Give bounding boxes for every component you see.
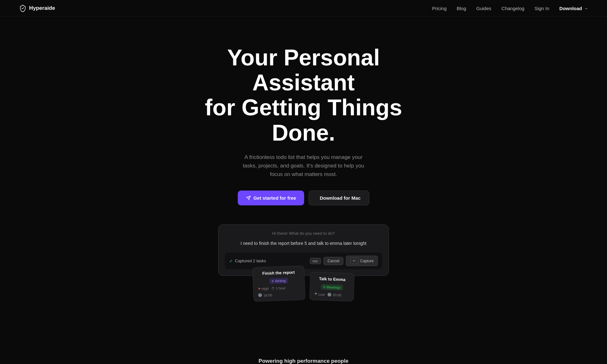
social-title: Powering high performance people xyxy=(259,358,348,364)
clock-icon: ⏱ xyxy=(271,287,275,290)
priority-icon-2: ⚑ xyxy=(314,292,317,296)
capture-button[interactable]: ↵ Capture xyxy=(346,256,378,266)
hero-buttons: Get started for free Download for Mac xyxy=(238,191,369,205)
logo-text: Hyperaide xyxy=(29,5,55,11)
hash-icon: # xyxy=(272,279,274,283)
esc-key: esc xyxy=(310,258,321,264)
check-icon: ✓ xyxy=(229,258,233,264)
demo-widget: Hi there! What do you need to do? I need… xyxy=(218,224,389,276)
task-card-2: Talk to Emma # Meetings ⚑ Low 🕐 20:00 xyxy=(309,272,354,302)
hero-section: Your Personal Assistant for Getting Thin… xyxy=(0,17,607,295)
nav-guides[interactable]: Guides xyxy=(476,6,492,11)
task-priority: ⚑ High xyxy=(258,287,269,291)
task-card-2-title: Talk to Emma xyxy=(315,276,350,282)
nav-pricing[interactable]: Pricing xyxy=(432,6,447,11)
task-duration: ⏱ 1 hour xyxy=(271,286,286,291)
get-started-button[interactable]: Get started for free xyxy=(238,191,304,205)
task-cards: Finish the report # Writing ⚑ High ⏱ 1 h… xyxy=(253,266,354,301)
send-icon xyxy=(246,196,251,200)
cancel-button[interactable]: Cancel xyxy=(323,257,343,265)
task-tag-writing: # Writing xyxy=(269,278,288,284)
demo-captured: ✓ Captured 2 tasks xyxy=(229,258,266,264)
hero-subtitle: A frictionless todo list that helps you … xyxy=(237,153,370,179)
demo-input-text: I need to finish the report before 5 and… xyxy=(225,240,382,247)
social-proof-section: Powering high performance people Used by… xyxy=(0,295,607,364)
task-time: 🕐 16:00 xyxy=(258,293,272,298)
task-card-1-title: Finish the report xyxy=(257,270,300,276)
time-icon: 🕐 xyxy=(258,293,262,297)
nav-changelog[interactable]: Changelog xyxy=(501,6,524,11)
task-time-2: 🕐 20:00 xyxy=(327,293,341,297)
task-priority-2: ⚑ Low xyxy=(314,292,325,296)
hero-title: Your Personal Assistant for Getting Thin… xyxy=(174,45,433,145)
enter-key: ↵ xyxy=(350,258,359,264)
task-card-2-meta: ⚑ Low 🕐 20:00 xyxy=(314,292,349,297)
priority-icon: ⚑ xyxy=(258,287,261,291)
time-icon-2: 🕐 xyxy=(327,293,332,297)
task-tag-meetings: # Meetings xyxy=(321,284,343,290)
task-card-1: Finish the report # Writing ⚑ High ⏱ 1 h… xyxy=(252,265,305,302)
nav-signin[interactable]: Sign In xyxy=(535,6,549,11)
logo-icon xyxy=(19,4,27,12)
nav-download[interactable]: Download → xyxy=(559,6,588,11)
download-mac-button[interactable]: Download for Mac xyxy=(309,191,369,205)
demo-prompt-label: Hi there! What do you need to do? xyxy=(225,231,382,236)
nav-links: Pricing Blog Guides Changelog Sign In Do… xyxy=(432,6,588,11)
nav-blog[interactable]: Blog xyxy=(457,6,466,11)
hash-icon-2: # xyxy=(323,285,325,289)
task-card-1-meta: ⚑ High ⏱ 1 hour 🕐 16:00 xyxy=(258,286,300,298)
logo-link[interactable]: Hyperaide xyxy=(19,4,55,12)
demo-actions: esc Cancel ↵ Capture xyxy=(310,256,378,266)
arrow-icon: → xyxy=(584,6,588,11)
navbar: Hyperaide Pricing Blog Guides Changelog … xyxy=(0,0,607,17)
